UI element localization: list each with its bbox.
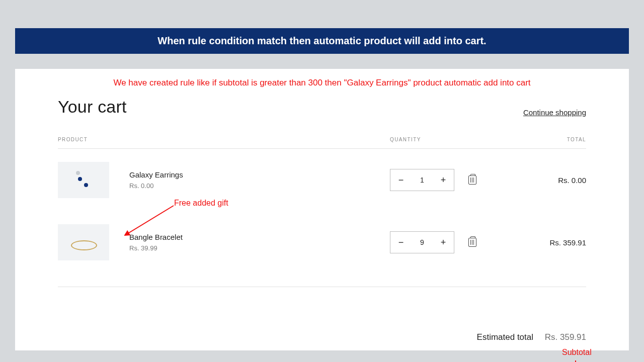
estimated-total-label: Estimated total — [477, 332, 533, 342]
product-name[interactable]: Bangle Bracelet — [129, 233, 183, 241]
qty-decrease-button[interactable]: − — [390, 169, 412, 191]
qty-value[interactable]: 9 — [412, 238, 433, 246]
arrow-icon — [571, 359, 581, 362]
qty-value[interactable]: 1 — [412, 176, 433, 184]
trash-icon[interactable] — [468, 238, 476, 247]
page-banner: When rule condition match then automatic… — [15, 28, 629, 54]
qty-increase-button[interactable]: + — [433, 232, 454, 253]
column-total: Total — [501, 137, 586, 142]
product-price: Rs. 0.00 — [129, 182, 183, 190]
product-thumbnail[interactable] — [58, 224, 109, 260]
estimated-total-value: Rs. 359.91 — [545, 332, 586, 342]
cart-row: Galaxy Earrings Rs. 0.00 − 1 + Rs. 0.00 — [58, 149, 586, 211]
divider — [58, 287, 586, 287]
cart-card: We have created rule like if subtotal is… — [15, 69, 629, 350]
rule-note: We have created rule like if subtotal is… — [58, 78, 586, 88]
product-name[interactable]: Galaxy Earrings — [129, 170, 183, 179]
product-thumbnail[interactable] — [58, 162, 109, 198]
cart-row: Bangle Bracelet Rs. 39.99 − 9 + Rs. 359.… — [58, 211, 586, 274]
column-product: Product — [58, 137, 390, 142]
continue-shopping-link[interactable]: Continue shopping — [523, 108, 586, 117]
cart-footer: Estimated total Rs. 359.91 — [58, 332, 586, 342]
quantity-stepper: − 9 + — [390, 231, 454, 253]
product-price: Rs. 39.99 — [129, 244, 183, 252]
line-total: Rs. 359.91 — [501, 238, 586, 247]
line-total: Rs. 0.00 — [501, 176, 586, 185]
annotation-subtotal: Subtotal — [562, 348, 592, 357]
qty-decrease-button[interactable]: − — [390, 232, 412, 253]
column-quantity: Quantity — [390, 137, 501, 142]
page-title: Your cart — [58, 97, 127, 117]
quantity-stepper: − 1 + — [390, 169, 454, 191]
trash-icon[interactable] — [468, 175, 476, 185]
qty-increase-button[interactable]: + — [433, 169, 454, 191]
cart-columns-header: Product Quantity Total — [58, 137, 586, 149]
